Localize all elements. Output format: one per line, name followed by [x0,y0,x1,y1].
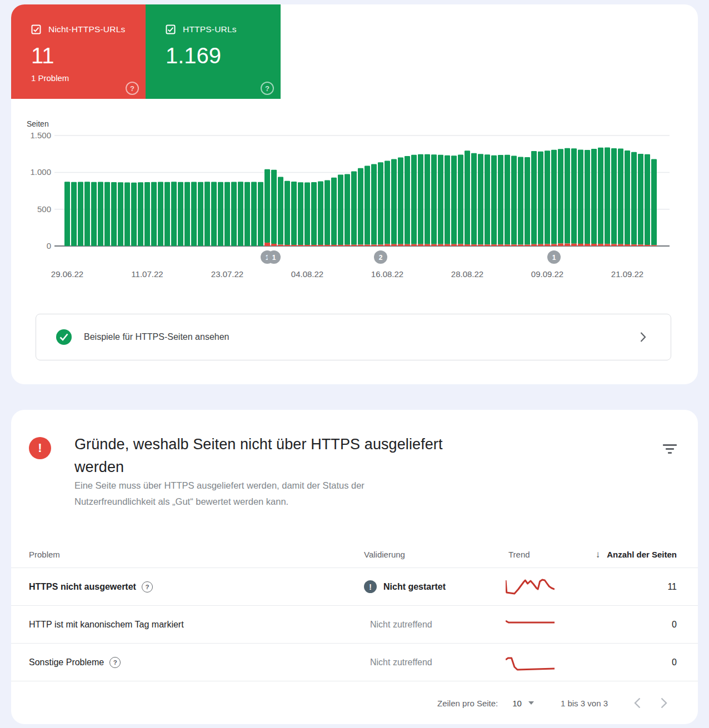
svg-text:28.08.22: 28.08.22 [451,269,483,279]
help-icon[interactable]: ? [261,82,274,95]
examples-label: Beispiele für HTTPS-Seiten ansehen [84,332,627,342]
table-row-other-problems[interactable]: Sonstige Probleme ? Nicht zutreffend 0 [11,643,698,681]
trend-sparkline [506,616,555,634]
svg-text:11.07.22: 11.07.22 [131,269,163,279]
trend-sparkline [506,578,555,596]
svg-text:21.09.22: 21.09.22 [611,269,643,279]
column-header-problem: Problem [29,550,364,559]
table-row-http-canonical-tag[interactable]: HTTP ist mit kanonischem Tag markiert Ni… [11,605,698,643]
svg-text:1: 1 [552,254,556,262]
validation-status: Nicht zutreffend [364,620,432,630]
svg-text:04.08.22: 04.08.22 [291,269,323,279]
page-count: 0 [592,657,677,667]
help-icon[interactable]: ? [109,657,121,668]
rows-per-page-label: Zeilen pro Seite: [437,699,498,708]
help-icon[interactable]: ? [126,82,139,95]
svg-text:1: 1 [272,254,276,262]
issues-description: Eine Seite muss über HTTPS ausgeliefert … [74,478,430,510]
pages-bar-chart[interactable]: 05001.0001.500112129.06.2211.07.2223.07.… [11,113,698,282]
page-count: 11 [592,582,677,592]
svg-text:500: 500 [37,204,51,214]
https-tile-label: HTTPS-URLs [183,24,237,34]
table-row-https-not-evaluated[interactable]: HTTPS nicht ausgewertet ? ! Nicht gestar… [11,568,698,605]
next-page-button[interactable] [660,697,668,709]
non-https-urls-tile[interactable]: Nicht-HTTPS-URLs 11 1 Problem ? [11,4,146,99]
column-header-trend: Trend [497,550,592,559]
https-urls-tile[interactable]: HTTPS-URLs 1.169 ? [146,4,281,99]
non-https-count: 11 [31,43,146,68]
pagination-range: 1 bis 3 von 3 [561,699,608,708]
examples-link-row[interactable]: Beispiele für HTTPS-Seiten ansehen [36,314,671,360]
svg-text:2: 2 [379,254,383,262]
checkbox-checked-icon [31,24,41,34]
sort-descending-icon: ↓ [596,549,601,560]
error-icon: ! [29,437,51,459]
issues-card: ! Gründe, weshalb Seiten nicht über HTTP… [11,410,698,724]
trend-sparkline [506,654,555,671]
non-https-problem-count: 1 Problem [31,73,146,83]
svg-text:09.09.22: 09.09.22 [531,269,563,279]
non-https-tile-label: Nicht-HTTPS-URLs [48,24,125,34]
dropdown-arrow-icon [528,701,534,705]
https-count: 1.169 [166,43,281,68]
checkbox-checked-icon [166,24,176,34]
https-report-card: Nicht-HTTPS-URLs 11 1 Problem ? HTTPS-UR… [11,4,698,384]
filter-icon[interactable] [662,443,677,454]
svg-text:0: 0 [47,241,51,250]
page-count: 0 [592,620,677,630]
check-circle-icon [56,329,72,345]
svg-text:1.000: 1.000 [30,167,51,177]
rows-per-page-select[interactable]: 10 [512,699,534,708]
column-header-count-sort[interactable]: ↓ Anzahl der Seiten [592,549,677,560]
chevron-right-icon [640,332,646,343]
column-header-validation: Validierung [364,550,497,559]
issues-table: Problem Validierung Trend ↓ Anzahl der S… [11,541,698,725]
svg-text:23.07.22: 23.07.22 [211,269,243,279]
previous-page-button[interactable] [633,697,641,709]
rows-per-page-value: 10 [512,699,522,708]
help-icon[interactable]: ? [142,581,153,593]
validation-status: Nicht zutreffend [364,657,432,667]
problem-label: Sonstige Probleme [29,657,104,667]
validation-exclamation-icon: ! [364,580,377,593]
column-header-count-label: Anzahl der Seiten [607,550,677,559]
table-pagination: Zeilen pro Seite: 10 1 bis 3 von 3 [11,681,698,725]
svg-text:1.500: 1.500 [30,130,51,140]
validation-status: Nicht gestartet [383,582,446,592]
svg-text:29.06.22: 29.06.22 [51,269,83,279]
issues-title: Gründe, weshalb Seiten nicht über HTTPS … [74,433,486,479]
svg-text:16.08.22: 16.08.22 [371,269,403,279]
problem-label: HTTPS nicht ausgewertet [29,582,136,592]
table-header-row: Problem Validierung Trend ↓ Anzahl der S… [11,541,698,568]
exclamation-glyph: ! [38,441,42,455]
problem-label: HTTP ist mit kanonischem Tag markiert [29,620,184,630]
